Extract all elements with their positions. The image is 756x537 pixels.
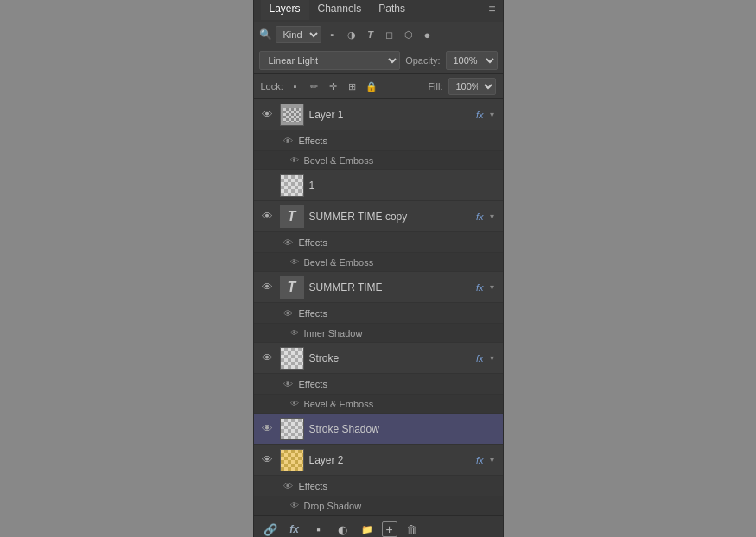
tab-channels[interactable]: Channels	[309, 0, 371, 20]
layer-fx-badge[interactable]: fx	[476, 110, 484, 120]
effect-visibility-toggle[interactable]: 👁	[289, 500, 301, 512]
tab-paths[interactable]: Paths	[370, 0, 414, 20]
sub-layer-name: Effects	[299, 308, 327, 319]
layer-name: Layer 2	[309, 454, 476, 466]
effects-sub-row[interactable]: 👁 Effects	[254, 130, 503, 151]
sub-layer-name: Effects	[299, 136, 327, 146]
filter-shape-icon[interactable]: ◻	[382, 27, 397, 42]
filter-adjust-icon[interactable]: ◑	[344, 27, 359, 42]
effects-sub-row[interactable]: 👁 Effects	[254, 476, 503, 496]
effect-label-row[interactable]: 👁 Drop Shadow	[254, 496, 503, 515]
layer-name: Layer 1	[309, 109, 476, 121]
effects-sub-row[interactable]: 👁 Effects	[254, 374, 503, 395]
visibility-toggle[interactable]: 👁	[259, 208, 276, 225]
layer-row[interactable]: 👁 T SUMMER TIME copy fx ▾	[254, 201, 503, 232]
sub-visibility-toggle[interactable]: 👁	[282, 236, 295, 250]
lock-label: Lock:	[261, 81, 283, 92]
kind-filter-select[interactable]: Kind	[276, 26, 321, 43]
visibility-toggle[interactable]: 👁	[259, 420, 276, 438]
filter-text-icon[interactable]: T	[363, 27, 378, 42]
lock-move-icon[interactable]: ✛	[327, 79, 340, 93]
sub-visibility-toggle[interactable]: 👁	[282, 306, 295, 320]
layer-thumbnail	[280, 347, 304, 370]
layer-name: 1	[309, 180, 498, 192]
effects-sub-row[interactable]: 👁 Effects	[254, 232, 503, 253]
visibility-toggle[interactable]: 👁	[259, 452, 276, 469]
opacity-select[interactable]: 100%	[446, 51, 498, 70]
lock-artboard-icon[interactable]: ⊞	[346, 79, 359, 93]
layer-collapse-icon[interactable]: ▾	[487, 110, 498, 120]
layer-row[interactable]: 👁 1	[254, 170, 503, 201]
lock-pixels-icon[interactable]: ▪	[289, 79, 302, 93]
layers-list: 👁 Layer 1 fx ▾ 👁 Effects 👁 Bevel & Embos…	[254, 99, 503, 515]
search-icon: 🔍	[259, 28, 272, 41]
sub-visibility-toggle[interactable]: 👁	[282, 377, 295, 391]
sub-visibility-toggle[interactable]: 👁	[282, 134, 295, 148]
visibility-toggle[interactable]: 👁	[259, 106, 276, 123]
layer-name: Stroke Shadow	[309, 423, 498, 435]
effect-label-row[interactable]: 👁 Bevel & Emboss	[254, 395, 503, 414]
layer-fx-badge[interactable]: fx	[476, 282, 484, 293]
layer-fx-badge[interactable]: fx	[476, 212, 484, 222]
bottom-toolbar: 🔗 fx ▪ ◐ 📁 + 🗑	[254, 515, 503, 537]
effect-label-row[interactable]: 👁 Bevel & Emboss	[254, 253, 503, 272]
link-layers-button[interactable]: 🔗	[261, 520, 280, 537]
filter-smart-icon[interactable]: ⬡	[401, 27, 416, 42]
effect-name: Bevel & Emboss	[304, 155, 374, 166]
filter-row: 🔍 Kind ▪ ◑ T ◻ ⬡ ●	[254, 22, 503, 47]
blend-mode-select[interactable]: Linear Light	[259, 51, 401, 70]
fx-button[interactable]: fx	[285, 520, 304, 537]
tab-layers[interactable]: Layers	[261, 0, 309, 20]
layer-row[interactable]: 👁 Stroke fx ▾	[254, 343, 503, 374]
layer-fx-badge[interactable]: fx	[476, 455, 484, 465]
layer-name: Stroke	[309, 352, 476, 364]
layers-panel: Layers Channels Paths ≡ 🔍 Kind ▪ ◑ T ◻ ⬡…	[253, 0, 504, 537]
layer-fx-badge[interactable]: fx	[476, 353, 484, 363]
effect-visibility-toggle[interactable]: 👁	[289, 398, 301, 410]
filter-pixel-icon[interactable]: ▪	[325, 27, 340, 42]
effect-name: Bevel & Emboss	[304, 257, 374, 268]
opacity-label: Opacity:	[405, 55, 440, 66]
effect-visibility-toggle[interactable]: 👁	[289, 327, 301, 339]
layer-row[interactable]: 👁 Stroke Shadow	[254, 414, 503, 445]
effects-sub-row[interactable]: 👁 Effects	[254, 303, 503, 324]
effect-name: Inner Shadow	[304, 328, 363, 338]
layer-collapse-icon[interactable]: ▾	[487, 353, 498, 363]
add-mask-button[interactable]: ▪	[309, 520, 328, 537]
effect-visibility-toggle[interactable]: 👁	[289, 256, 301, 268]
tab-bar: Layers Channels Paths ≡	[254, 0, 503, 22]
fill-label: Fill:	[428, 81, 442, 92]
sub-layer-name: Effects	[299, 379, 327, 389]
sub-visibility-toggle[interactable]: 👁	[282, 479, 295, 493]
layer-row[interactable]: 👁 Layer 2 fx ▾	[254, 445, 503, 476]
lock-brush-icon[interactable]: ✏	[308, 79, 321, 93]
new-group-button[interactable]: 📁	[358, 520, 377, 537]
effect-label-row[interactable]: 👁 Inner Shadow	[254, 324, 503, 343]
effect-name: Drop Shadow	[304, 501, 362, 511]
filter-circle-icon[interactable]: ●	[420, 27, 435, 42]
sub-layer-name: Effects	[299, 481, 327, 491]
layer-thumbnail	[280, 449, 304, 471]
layer-collapse-icon[interactable]: ▾	[487, 282, 498, 293]
lock-row: Lock: ▪ ✏ ✛ ⊞ 🔒 Fill: 100%	[254, 74, 503, 99]
delete-layer-button[interactable]: 🗑	[403, 520, 422, 537]
panel-menu-icon[interactable]: ≡	[488, 2, 495, 16]
layer-row[interactable]: 👁 T SUMMER TIME fx ▾	[254, 272, 503, 303]
layer-collapse-icon[interactable]: ▾	[487, 455, 498, 465]
adjustment-layer-button[interactable]: ◐	[334, 520, 353, 537]
effect-name: Bevel & Emboss	[304, 399, 374, 409]
layer-name: SUMMER TIME	[309, 281, 476, 294]
layer-thumbnail: T	[280, 205, 304, 228]
layer-thumbnail: T	[280, 276, 304, 299]
effect-label-row[interactable]: 👁 Bevel & Emboss	[254, 151, 503, 170]
visibility-toggle[interactable]: 👁	[259, 177, 276, 194]
sub-layer-name: Effects	[299, 237, 327, 248]
visibility-toggle[interactable]: 👁	[259, 350, 276, 367]
new-layer-button[interactable]: +	[382, 521, 397, 537]
layer-row[interactable]: 👁 Layer 1 fx ▾	[254, 99, 503, 130]
visibility-toggle[interactable]: 👁	[259, 279, 276, 296]
effect-visibility-toggle[interactable]: 👁	[289, 155, 301, 167]
fill-select[interactable]: 100%	[448, 78, 496, 95]
layer-collapse-icon[interactable]: ▾	[487, 212, 498, 222]
lock-all-icon[interactable]: 🔒	[365, 79, 378, 93]
